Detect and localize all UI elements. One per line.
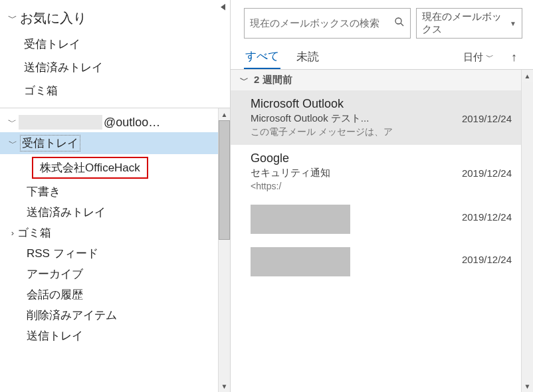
tab-unread[interactable]: 未読: [295, 47, 320, 68]
folder-label: ゴミ箱: [24, 84, 58, 97]
message-redacted: [251, 205, 350, 234]
favorites-item[interactable]: ゴミ箱: [0, 79, 230, 102]
message-from: Google: [251, 151, 462, 165]
account-name-redacted: [19, 115, 102, 130]
tab-all[interactable]: すべて: [244, 46, 280, 69]
folder-conversation-history[interactable]: 会話の履歴: [0, 284, 230, 305]
folder-label: アーカイブ: [17, 266, 83, 282]
message-subject: セキュリティ通知: [251, 167, 462, 179]
message-list-scrollbar[interactable]: ▲ ▼: [521, 70, 533, 392]
svg-line-1: [401, 23, 403, 26]
account-folder-list: ﹀ @outloo… ﹀ 受信トレイ 株式会社OfficeHack 下書き 送信…: [0, 108, 230, 346]
search-input[interactable]: 現在のメールボックスの検索: [244, 8, 411, 39]
scroll-down-icon[interactable]: ▼: [522, 380, 533, 392]
message-preview: <https:/: [251, 181, 462, 191]
message-item[interactable]: Google セキュリティ通知 <https:/ 2019/12/24: [231, 145, 533, 198]
caret-down-icon: ▼: [510, 20, 516, 27]
message-item[interactable]: 2019/12/24: [231, 241, 533, 283]
folder-label: 受信トレイ: [20, 135, 80, 151]
collapse-pane-icon[interactable]: ◀: [221, 1, 225, 11]
highlight-box: 株式会社OfficeHack: [32, 157, 148, 179]
message-date: 2019/12/24: [462, 205, 512, 223]
scope-label: 現在のメールボックス: [422, 11, 510, 36]
date-group-header[interactable]: ﹀ 2 週間前: [231, 70, 533, 90]
tab-label: すべて: [245, 50, 279, 62]
folder-trash[interactable]: ›ゴミ箱: [0, 223, 230, 243]
folder-archive[interactable]: アーカイブ: [0, 264, 230, 284]
chevron-down-icon: ﹀: [8, 13, 17, 25]
folder-rss[interactable]: RSS フィード: [0, 243, 230, 264]
search-scope-dropdown[interactable]: 現在のメールボックス ▼: [416, 8, 522, 39]
message-date: 2019/12/24: [462, 247, 512, 265]
message-list-pane: 現在のメールボックスの検索 現在のメールボックス ▼ すべて 未読 日付 ﹀ ↑…: [231, 0, 533, 392]
search-row: 現在のメールボックスの検索 現在のメールボックス ▼: [231, 0, 533, 45]
folder-label: 受信トレイ: [24, 38, 80, 50]
sort-label: 日付: [463, 51, 483, 64]
scroll-up-icon[interactable]: ▲: [219, 108, 230, 120]
favorites-header[interactable]: ﹀ お気に入り: [0, 0, 230, 33]
subfolder-officehack[interactable]: 株式会社OfficeHack: [0, 154, 230, 181]
scroll-up-icon[interactable]: ▲: [522, 70, 533, 82]
folder-pane: ◀ ﹀ お気に入り 受信トレイ 送信済みトレイ ゴミ箱 ▲ ▼ ﹀ @outlo…: [0, 0, 231, 392]
filter-tabs: すべて 未読 日付 ﹀ ↑: [231, 45, 533, 69]
message-preview: この電子メール メッセージは、ア: [251, 126, 462, 138]
favorites-item[interactable]: 受信トレイ: [0, 33, 230, 56]
message-item[interactable]: Microsoft Outlook Microsoft Outlook テスト.…: [231, 90, 533, 145]
folder-label: 下書き: [17, 184, 60, 199]
folder-label: ゴミ箱: [17, 225, 51, 241]
scroll-thumb[interactable]: [219, 120, 230, 240]
search-icon[interactable]: [394, 17, 405, 30]
message-redacted: [251, 247, 350, 276]
folder-label: 送信済みトレイ: [24, 61, 103, 74]
folder-scrollbar[interactable]: ▲ ▼: [218, 108, 230, 392]
account-header[interactable]: ﹀ @outloo…: [0, 112, 230, 132]
account-suffix: @outloo…: [104, 116, 160, 130]
chevron-down-icon: ﹀: [8, 116, 17, 128]
folder-label: 送信済みトレイ: [17, 205, 106, 220]
message-subject: Microsoft Outlook テスト...: [251, 112, 462, 125]
message-date: 2019/12/24: [462, 97, 512, 124]
chevron-down-icon: ﹀: [486, 52, 494, 63]
folder-label: 送信トレイ: [17, 328, 83, 343]
folder-label: 会話の履歴: [17, 287, 83, 302]
folder-label: RSS フィード: [17, 246, 98, 261]
message-item[interactable]: 2019/12/24: [231, 198, 533, 241]
chevron-right-icon: ›: [8, 228, 17, 238]
message-from: Microsoft Outlook: [251, 97, 462, 111]
scroll-down-icon[interactable]: ▼: [219, 380, 230, 392]
folder-drafts[interactable]: 下書き: [0, 181, 230, 202]
sort-by-dropdown[interactable]: 日付 ﹀: [463, 51, 494, 64]
favorites-item[interactable]: 送信済みトレイ: [0, 56, 230, 79]
group-label: 2 週間前: [254, 74, 292, 86]
folder-inbox[interactable]: ﹀ 受信トレイ: [0, 132, 230, 154]
folder-sent[interactable]: 送信済みトレイ: [0, 202, 230, 223]
svg-point-0: [395, 18, 401, 24]
message-date: 2019/12/24: [462, 151, 512, 179]
sort-direction-button[interactable]: ↑: [508, 50, 520, 64]
search-placeholder: 現在のメールボックスの検索: [250, 17, 394, 30]
tab-label: 未読: [296, 50, 319, 63]
favorites-label: お気に入り: [20, 9, 86, 27]
chevron-down-icon: ﹀: [240, 74, 249, 86]
folder-label: 削除済みアイテム: [17, 308, 117, 323]
folder-outbox[interactable]: 送信トレイ: [0, 326, 230, 346]
chevron-down-icon: ﹀: [8, 138, 17, 149]
folder-deleted-items[interactable]: 削除済みアイテム: [0, 305, 230, 326]
